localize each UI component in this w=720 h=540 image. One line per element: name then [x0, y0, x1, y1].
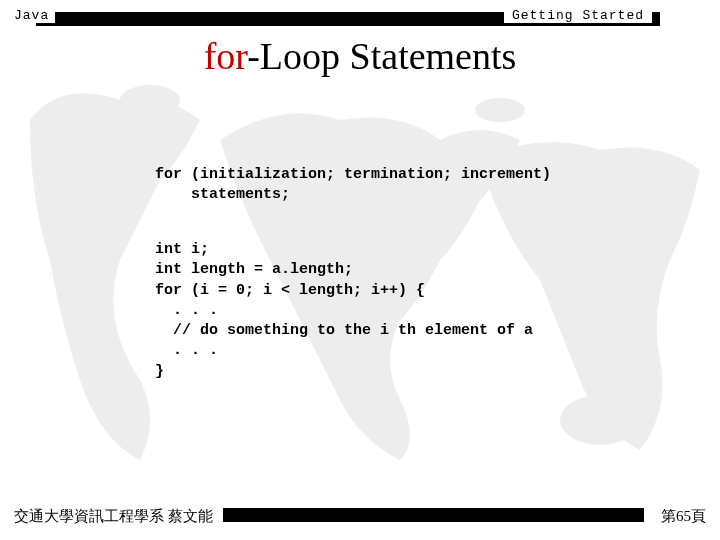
footer-right-label: 第65頁	[651, 507, 706, 526]
header-right-label: Getting Started	[504, 8, 652, 23]
title-highlight: for	[204, 35, 248, 77]
footer-rule	[200, 508, 644, 522]
footer-left-label: 交通大學資訊工程學系 蔡文能	[14, 507, 223, 526]
title-rest: -Loop Statements	[247, 35, 516, 77]
slide-title: for-Loop Statements	[0, 34, 720, 78]
code-syntax-block: for (initialization; termination; increm…	[155, 165, 551, 206]
code-example-block: int i; int length = a.length; for (i = 0…	[155, 240, 533, 382]
header-left-label: Java	[0, 8, 55, 23]
